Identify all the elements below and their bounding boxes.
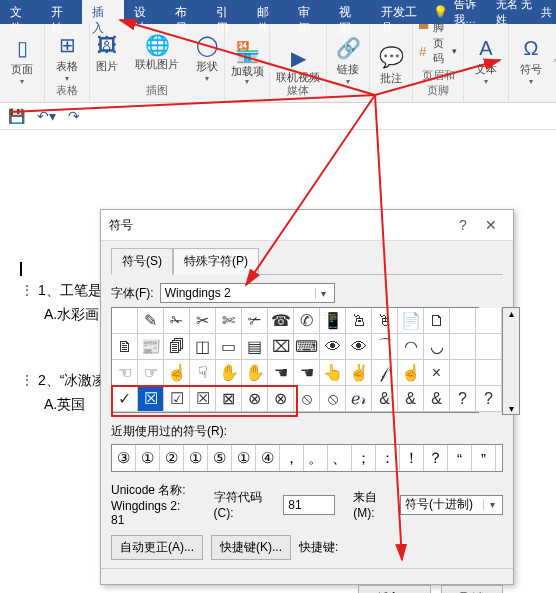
btn-pages[interactable]: ▯ 页面 ▾ — [2, 32, 42, 86]
symbol-cell[interactable]: ✁ — [164, 308, 190, 334]
dialog-close-button[interactable]: ✕ — [477, 217, 505, 233]
symbol-cell[interactable]: ☟ — [190, 360, 216, 386]
symbol-cell[interactable]: ☎ — [268, 308, 294, 334]
symbol-cell[interactable] — [112, 308, 138, 334]
recent-symbol-cell[interactable]: ① — [232, 445, 256, 471]
symbol-cell[interactable]: 👆 — [320, 360, 346, 386]
btn-tables[interactable]: ⊞ 表格 ▾ — [47, 29, 87, 83]
grid-scrollbar[interactable]: ▴ ▾ — [502, 307, 520, 415]
symbol-cell[interactable]: ✆ — [294, 308, 320, 334]
btn-addins[interactable]: 🏪 加载项 ▾ — [227, 36, 267, 86]
btn-text[interactable]: A 文本 ▾ — [466, 32, 506, 86]
symbol-cell[interactable]: ⊗ — [268, 386, 294, 412]
symbol-cell[interactable]: ⌨ — [294, 334, 320, 360]
font-combo[interactable]: Wingdings 2 ▾ — [160, 283, 335, 303]
symbol-cell[interactable]: ☚ — [294, 360, 320, 386]
symbol-cell[interactable] — [450, 334, 476, 360]
redo-icon[interactable]: ↷ — [68, 108, 80, 124]
tab-view[interactable]: 视图 — [329, 0, 370, 24]
btn-shortcut[interactable]: 快捷键(K)... — [211, 535, 291, 560]
tell-me-icon[interactable]: 💡 — [433, 5, 448, 19]
symbol-cell[interactable]: 𝒻 — [372, 360, 398, 386]
recent-symbol-cell[interactable]: ？ — [424, 445, 448, 471]
btn-shapes[interactable]: ◯ 形状 ▾ — [187, 29, 227, 83]
btn-online-video[interactable]: ▶ 联机视频 — [272, 42, 324, 83]
symbol-cell[interactable]: 🖰 — [372, 308, 398, 334]
symbol-grid[interactable]: ✎✁✂✄✃☎✆📱🖯🖰📄🗋🗎📰🗐◫▭▤⌧⌨👁👁⌒◠◡☜☞☝☟✋✋☚☚👆✌𝒻☝×✓☒… — [111, 307, 479, 413]
symbol-cell[interactable]: ◫ — [190, 334, 216, 360]
dropdown-icon[interactable]: ▾ — [315, 288, 332, 299]
recent-symbol-cell[interactable]: ” — [472, 445, 496, 471]
symbol-cell[interactable]: ◡ — [424, 334, 450, 360]
symbol-cell[interactable]: ⦸ — [294, 386, 320, 412]
symbol-cell[interactable]: ✌ — [346, 360, 372, 386]
symbol-cell[interactable]: ✋ — [242, 360, 268, 386]
symbol-cell[interactable]: ☞ — [138, 360, 164, 386]
btn-footer[interactable]: ▄ 页脚▾ — [419, 24, 457, 35]
symbol-cell[interactable]: 👁 — [346, 334, 372, 360]
symbol-cell[interactable] — [450, 360, 476, 386]
tab-design[interactable]: 设计 — [124, 0, 165, 24]
symbol-cell[interactable] — [476, 360, 502, 386]
recent-symbol-cell[interactable]: “ — [448, 445, 472, 471]
symbol-cell[interactable]: & — [398, 386, 424, 412]
tell-me-text[interactable]: 告诉我… — [454, 0, 490, 27]
btn-insert[interactable]: 插入(I) — [358, 585, 431, 593]
btn-symbol[interactable]: Ω 符号 ▾ — [511, 32, 551, 86]
btn-online-image[interactable]: 🌐 联机图片 — [131, 29, 183, 83]
dropdown-icon[interactable]: ▾ — [483, 499, 500, 510]
symbol-cell[interactable]: ? — [450, 386, 476, 412]
share-button[interactable]: 共 — [541, 5, 552, 20]
symbol-cell[interactable]: 📄 — [398, 308, 424, 334]
tab-mailings[interactable]: 邮件 — [247, 0, 288, 24]
symbol-cell[interactable]: & — [424, 386, 450, 412]
symbol-cell[interactable]: ✎ — [138, 308, 164, 334]
recent-symbol-cell[interactable]: 。 — [304, 445, 328, 471]
dlg-tab-special[interactable]: 特殊字符(P) — [173, 248, 259, 275]
symbol-cell[interactable]: ☚ — [268, 360, 294, 386]
symbol-cell[interactable]: ? — [476, 386, 502, 412]
btn-autocorrect[interactable]: 自动更正(A)... — [111, 535, 203, 560]
tab-insert[interactable]: 插入 — [82, 0, 123, 24]
save-icon[interactable]: 💾 — [8, 108, 25, 124]
symbol-cell[interactable] — [450, 308, 476, 334]
symbol-cell[interactable]: ⌧ — [268, 334, 294, 360]
recent-symbol-cell[interactable]: ⑤ — [208, 445, 232, 471]
from-combo[interactable]: 符号(十进制) ▾ — [400, 495, 503, 515]
recent-symbol-cell[interactable]: ① — [184, 445, 208, 471]
symbol-cell[interactable]: ☝ — [398, 360, 424, 386]
recent-symbol-cell[interactable]: 、 — [328, 445, 352, 471]
symbol-cell[interactable]: 📱 — [320, 308, 346, 334]
recent-symbol-cell[interactable]: ④ — [256, 445, 280, 471]
symbol-cell[interactable]: 🗎 — [112, 334, 138, 360]
symbol-cell[interactable]: ⊠ — [216, 386, 242, 412]
symbol-cell[interactable] — [476, 308, 502, 334]
symbol-cell[interactable]: 🖯 — [346, 308, 372, 334]
symbol-cell[interactable]: ✄ — [216, 308, 242, 334]
recent-symbol-cell[interactable]: ③ — [112, 445, 136, 471]
symbol-cell[interactable]: ▤ — [242, 334, 268, 360]
symbol-cell[interactable]: ✃ — [242, 308, 268, 334]
btn-image[interactable]: 🖼 图片 — [87, 29, 127, 83]
symbol-cell[interactable]: ☜ — [112, 360, 138, 386]
symbol-cell[interactable]: & — [372, 386, 398, 412]
recent-symbol-cell[interactable]: ② — [160, 445, 184, 471]
tab-file[interactable]: 文件 — [0, 0, 41, 24]
recent-symbol-cell[interactable]: ！ — [400, 445, 424, 471]
btn-pagenum[interactable]: # 页码▾ — [419, 36, 457, 66]
symbol-cell[interactable]: ⊗ — [242, 386, 268, 412]
symbol-cell[interactable]: ⦸ — [320, 386, 346, 412]
symbol-cell[interactable]: 🗐 — [164, 334, 190, 360]
symbol-cell[interactable]: 🗋 — [424, 308, 450, 334]
tab-home[interactable]: 开始 — [41, 0, 82, 24]
symbol-cell[interactable]: ☝ — [164, 360, 190, 386]
symbol-cell[interactable]: 👁 — [320, 334, 346, 360]
tab-layout[interactable]: 布局 — [165, 0, 206, 24]
btn-comment[interactable]: 💬 批注 — [371, 41, 411, 86]
symbol-cell[interactable]: 📰 — [138, 334, 164, 360]
symbol-cell[interactable]: ☒ — [138, 386, 164, 412]
dialog-help-button[interactable]: ? — [449, 217, 477, 233]
recent-symbol-cell[interactable]: ； — [352, 445, 376, 471]
tab-references[interactable]: 引用 — [206, 0, 247, 24]
tab-devtools[interactable]: 开发工具 — [371, 0, 433, 24]
